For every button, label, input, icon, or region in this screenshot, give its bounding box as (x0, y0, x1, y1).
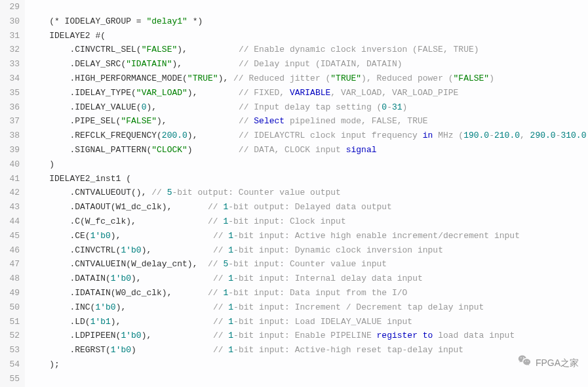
line-number: 55 (4, 372, 20, 386)
code-line: IDELAYE2_inst1 ( (29, 172, 588, 186)
code-line: .INC(1'b0), // 1-bit input: Increment / … (29, 300, 588, 315)
line-number: 37 (4, 114, 20, 129)
line-number: 29 (4, 0, 20, 14)
watermark-label: FPGA之家 (536, 356, 579, 371)
code-line: .IDATAIN(W0_dc_clk), // 1-bit input: Dat… (29, 286, 588, 300)
code-line: .HIGH_PERFORMANCE_MODE("TRUE"), // Reduc… (29, 71, 588, 86)
line-number-gutter: 2930313233343536373839404142434445464748… (0, 0, 25, 387)
code-line: .C(W_fc_clk), // 1-bit input: Clock inpu… (29, 214, 588, 229)
line-number: 40 (4, 157, 20, 172)
code-line: .CNTVALUEOUT(), // 5-bit output: Counter… (29, 186, 588, 200)
code-line: .LDPIPEEN(1'b0), // 1-bit input: Enable … (29, 329, 588, 343)
code-line: .CINVCTRL(1'b0), // 1-bit input: Dynamic… (29, 243, 588, 258)
code-line (29, 0, 588, 14)
line-number: 51 (4, 315, 20, 329)
code-line: .CINVCTRL_SEL("FALSE"), // Enable dynami… (29, 43, 588, 57)
line-number: 33 (4, 57, 20, 71)
line-number: 38 (4, 129, 20, 143)
line-number: 54 (4, 357, 20, 372)
line-number: 49 (4, 286, 20, 300)
line-number: 30 (4, 14, 20, 29)
code-line: .IDELAY_TYPE("VAR_LOAD"), // FIXED, VARI… (29, 86, 588, 100)
code-area[interactable]: (* IODELAY_GROUP = "delay1" *) IDELAYE2 … (25, 0, 588, 387)
code-line: ) (29, 157, 588, 172)
line-number: 53 (4, 343, 20, 357)
code-line: .IDELAY_VALUE(0), // Input delay tap set… (29, 100, 588, 115)
line-number: 34 (4, 71, 20, 86)
code-line: .PIPE_SEL("FALSE"), // Select pipelined … (29, 114, 588, 129)
wechat-icon (517, 354, 532, 373)
code-line: .REFCLK_FREQUENCY(200.0), // IDELAYCTRL … (29, 129, 588, 143)
line-number: 45 (4, 229, 20, 243)
line-number: 36 (4, 100, 20, 115)
line-number: 41 (4, 172, 20, 186)
code-line: .LD(1'b1), // 1-bit input: Load IDELAY_V… (29, 315, 588, 329)
code-line: (* IODELAY_GROUP = "delay1" *) (29, 14, 588, 29)
code-line: .DELAY_SRC("IDATAIN"), // Delay input (I… (29, 57, 588, 71)
line-number: 50 (4, 300, 20, 315)
line-number: 39 (4, 143, 20, 157)
line-number: 47 (4, 257, 20, 272)
code-editor: 2930313233343536373839404142434445464748… (0, 0, 588, 387)
watermark: FPGA之家 (517, 354, 579, 373)
code-line: .REGRST(1'b0) // 1-bit input: Active-hig… (29, 343, 588, 357)
code-line (29, 372, 588, 386)
code-line: IDELAYE2 #( (29, 29, 588, 43)
code-line: .DATAOUT(W1_dc_clk), // 1-bit output: De… (29, 200, 588, 214)
line-number: 44 (4, 214, 20, 229)
code-line: ); (29, 357, 588, 372)
code-line: .SIGNAL_PATTERN("CLOCK") // DATA, CLOCK … (29, 143, 588, 157)
line-number: 35 (4, 86, 20, 100)
code-line: .DATAIN(1'b0), // 1-bit input: Internal … (29, 272, 588, 286)
line-number: 48 (4, 272, 20, 286)
line-number: 52 (4, 329, 20, 343)
code-line: .CE(1'b0), // 1-bit input: Active high e… (29, 229, 588, 243)
code-line: .CNTVALUEIN(W_delay_cnt), // 5-bit input… (29, 257, 588, 272)
line-number: 43 (4, 200, 20, 214)
line-number: 32 (4, 43, 20, 57)
line-number: 46 (4, 243, 20, 258)
line-number: 42 (4, 186, 20, 200)
line-number: 31 (4, 29, 20, 43)
